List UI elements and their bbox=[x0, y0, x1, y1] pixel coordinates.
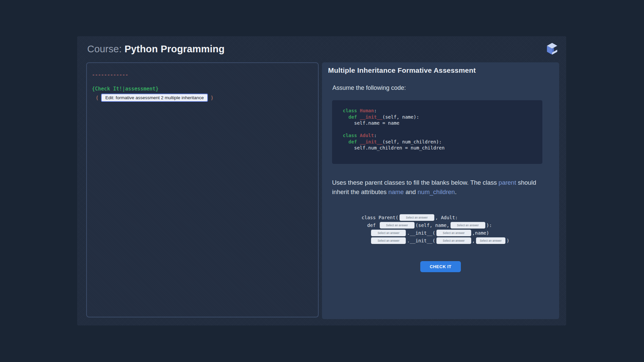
blank-line: def Select an answer(self, name,Select a… bbox=[362, 221, 553, 229]
blank-code-text: def bbox=[362, 223, 379, 228]
code-segment: and bbox=[404, 188, 418, 195]
blank-code-text bbox=[362, 238, 370, 243]
blank-code-text: ) bbox=[506, 238, 509, 243]
code-line bbox=[343, 126, 539, 133]
code-segment: def bbox=[348, 139, 360, 144]
code-segment: __init__ bbox=[360, 114, 382, 120]
code-segment: __init__ bbox=[360, 139, 382, 144]
blank-code-text bbox=[362, 230, 370, 236]
code-segment: class bbox=[343, 133, 360, 138]
blank-code-text: .__init__( bbox=[407, 238, 435, 243]
code-line: self.name = name bbox=[343, 120, 539, 126]
check-it-button[interactable]: CHECK IT bbox=[420, 261, 461, 272]
code-segment: Uses these parent classes to fill the bl… bbox=[332, 179, 498, 186]
edit-row: ( Edit: formative assessment 2 multiple … bbox=[96, 94, 313, 102]
course-title: Python Programming bbox=[124, 44, 224, 54]
code-line: self.num_children = num_children bbox=[343, 145, 539, 151]
code-segment: : bbox=[374, 133, 377, 138]
code-segment bbox=[343, 114, 348, 120]
code-line: class Adult: bbox=[343, 132, 539, 139]
code-segment: (self, num_children): bbox=[382, 139, 442, 144]
code-segment: Adult bbox=[360, 133, 374, 138]
close-paren: ) bbox=[210, 95, 213, 101]
answer-dropdown[interactable]: Select an answer bbox=[436, 230, 471, 236]
edit-assessment-button[interactable]: Edit: formative assessment 2 multiple in… bbox=[101, 94, 208, 102]
open-paren: ( bbox=[96, 95, 99, 101]
blanks-code: class Parent(Select an answer, Adult: de… bbox=[362, 214, 553, 244]
panels-row: ------------ {Check It!|assessment} ( Ed… bbox=[77, 62, 566, 319]
app-header: Course: Python Programming bbox=[77, 36, 566, 62]
code-segment: self.name = name bbox=[343, 120, 399, 126]
code-segment: self.num_children = num_children bbox=[343, 145, 444, 150]
code-segment: . bbox=[455, 188, 457, 195]
code-segment: Human bbox=[360, 108, 374, 113]
course-window: Course: Python Programming ------------ … bbox=[77, 36, 566, 325]
blank-code-text: class Parent( bbox=[362, 215, 398, 220]
code-segment: class bbox=[343, 108, 360, 113]
blank-code-text: , Adult: bbox=[435, 215, 458, 220]
code-segment bbox=[343, 139, 348, 144]
answer-dropdown[interactable]: Select an answer bbox=[399, 214, 434, 221]
code-line: class Human: bbox=[343, 108, 539, 114]
code-segment: def bbox=[348, 114, 360, 120]
answer-dropdown[interactable]: Select an answer bbox=[476, 237, 505, 244]
code-block: class Human: def __init__(self, name): s… bbox=[332, 100, 542, 164]
answer-dropdown[interactable]: Select an answer bbox=[371, 230, 406, 236]
assessment-title: Multiple Inheritance Formative Assessmen… bbox=[328, 66, 553, 74]
code-line: def __init__(self, num_children): bbox=[343, 139, 539, 145]
answer-dropdown[interactable]: Select an answer bbox=[450, 222, 485, 229]
code-segment: (self, name): bbox=[382, 114, 419, 120]
course-label: Course: bbox=[87, 44, 122, 54]
editor-panel[interactable]: ------------ {Check It!|assessment} ( Ed… bbox=[86, 62, 319, 317]
blank-line: Select an answer.__init__(Select an answ… bbox=[362, 229, 553, 237]
code-line: def __init__(self, name): bbox=[343, 114, 539, 120]
codio-cube-logo-icon bbox=[546, 42, 558, 56]
blank-code-text: ): bbox=[486, 223, 492, 228]
editor-dashes: ------------ bbox=[92, 72, 313, 78]
page-title: Course: Python Programming bbox=[87, 44, 225, 55]
assessment-subtitle: Assume the following code: bbox=[332, 84, 553, 92]
answer-dropdown[interactable]: Select an answer bbox=[371, 237, 406, 244]
blank-code-text: .__init__( bbox=[407, 230, 435, 236]
blank-line: Select an answer.__init__(Select an answ… bbox=[362, 237, 553, 244]
blank-code-text: (self, name, bbox=[416, 223, 449, 228]
editor-directive: {Check It!|assessment} bbox=[92, 86, 313, 92]
instruction-text: Uses these parent classes to fill the bl… bbox=[332, 178, 538, 197]
blank-code-text: , bbox=[472, 238, 475, 243]
code-segment: : bbox=[374, 108, 377, 113]
answer-dropdown[interactable]: Select an answer bbox=[436, 237, 471, 244]
blank-code-text: ,name) bbox=[472, 230, 489, 236]
code-segment: num_children bbox=[418, 188, 455, 195]
answer-dropdown[interactable]: Select an answer bbox=[380, 222, 415, 229]
assessment-panel: Multiple Inheritance Formative Assessmen… bbox=[322, 62, 559, 319]
code-segment: parent bbox=[498, 179, 516, 186]
page: Course: Python Programming ------------ … bbox=[0, 0, 644, 362]
blank-line: class Parent(Select an answer, Adult: bbox=[362, 214, 553, 221]
code-segment: name bbox=[388, 188, 404, 195]
